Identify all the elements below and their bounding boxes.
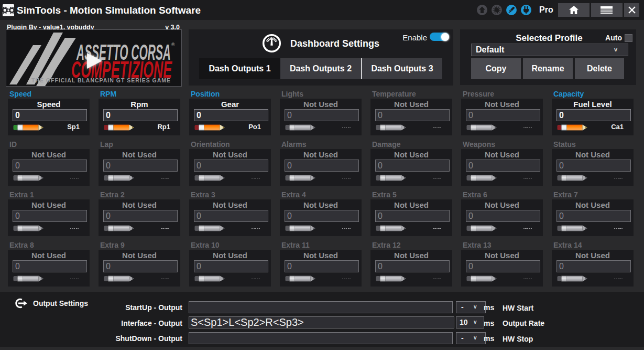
- svg-text:THE OFFICIAL BLANCPAIN GT SERI: THE OFFICIAL BLANCPAIN GT SERIES GAME: [31, 77, 170, 83]
- svg-text:®: ®: [171, 42, 175, 47]
